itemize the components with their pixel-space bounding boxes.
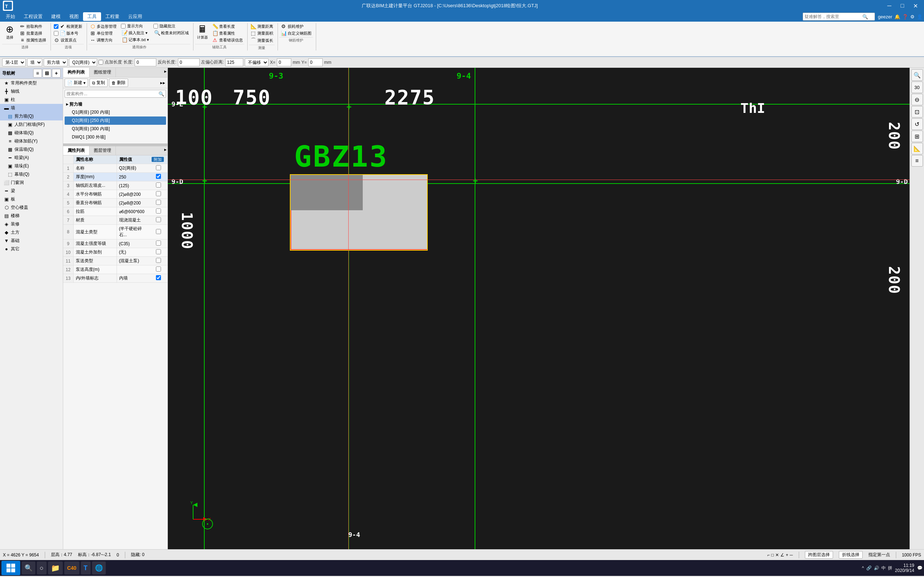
attr-row-check[interactable] bbox=[149, 173, 168, 181]
attr-row-check[interactable] bbox=[149, 216, 168, 225]
attr-checkbox[interactable] bbox=[156, 191, 161, 196]
tree-item-dwq1[interactable]: DWQ1 [300 外墙] bbox=[65, 133, 166, 141]
subtype-select[interactable]: 剪力墙 bbox=[44, 58, 68, 66]
attr-row-value[interactable]: 内墙 bbox=[116, 274, 149, 283]
version-checkbox[interactable] bbox=[54, 31, 58, 36]
taskbar-gtj[interactable]: T bbox=[81, 561, 90, 574]
attr-row-value[interactable]: 现浇混凝土 bbox=[116, 216, 149, 225]
canvas-area[interactable]: 9-3 9-4 100 750 2275 9-E 9-D 9-D GBZ13 2… bbox=[168, 68, 909, 549]
volume-icon[interactable]: 🔊 bbox=[874, 566, 879, 571]
sidebar-item-hollow-floor[interactable]: ⬡ 空心楼盖 bbox=[0, 203, 63, 212]
sidebar-item-slab[interactable]: ▣ 板 bbox=[0, 195, 63, 203]
sidebar-item-other[interactable]: ● 其它 bbox=[0, 245, 63, 253]
taskbar-search[interactable]: 🔍 bbox=[22, 561, 36, 574]
attr-row-value[interactable]: (半干硬砼碎石... bbox=[116, 225, 149, 239]
sidebar-item-hidden-beam[interactable]: ━ 暗梁(A) bbox=[0, 154, 63, 162]
cad-canvas[interactable]: 9-3 9-4 100 750 2275 9-E 9-D 9-D GBZ13 2… bbox=[168, 68, 909, 549]
settings-icon[interactable]: ⚙ bbox=[910, 14, 914, 19]
rt-zoom-out[interactable]: ⊖ bbox=[911, 94, 923, 105]
taskbar-file-manager[interactable]: 📁 bbox=[48, 561, 63, 574]
attr-row-check[interactable] bbox=[149, 207, 168, 216]
hide-annotation-checkbox[interactable] bbox=[153, 24, 158, 29]
rt-full-extent[interactable]: ⊡ bbox=[911, 106, 923, 118]
taskbar-c40[interactable]: C40 bbox=[64, 561, 79, 574]
set-origin-button[interactable]: ⊙设置原点 bbox=[52, 37, 84, 43]
sidebar-item-axis[interactable]: ╋ 轴线 bbox=[0, 87, 63, 95]
attr-row-value[interactable]: Q2(两排) bbox=[116, 164, 149, 173]
close-button[interactable]: ✕ bbox=[909, 2, 921, 10]
rt-pan[interactable]: 30 bbox=[911, 82, 923, 93]
sidebar-item-wall[interactable]: ▬ 墙 bbox=[0, 104, 63, 112]
attr-row-value[interactable]: (2)⌀8@200 bbox=[116, 199, 149, 207]
attr-row-check[interactable] bbox=[149, 190, 168, 199]
tree-item-q1[interactable]: Q1(两排) [200 内墙] bbox=[65, 108, 166, 116]
menu-tools[interactable]: 工具 bbox=[83, 12, 101, 21]
attr-row[interactable]: 3 轴线距左墙皮... (125) bbox=[63, 181, 168, 190]
check-length-button[interactable]: 📏查看长度 bbox=[211, 23, 244, 29]
attr-row-value[interactable]: 250 bbox=[116, 173, 149, 181]
tab-component-list[interactable]: 构件列表 bbox=[63, 68, 89, 77]
menu-view[interactable]: 视图 bbox=[65, 12, 83, 21]
attr-checkbox[interactable] bbox=[156, 249, 161, 254]
attr-row[interactable]: 4 水平分布钢筋 (2)⌀8@200 bbox=[63, 190, 168, 199]
attr-row[interactable]: 13 内/外墙标志 内墙 bbox=[63, 274, 168, 283]
attr-row-check[interactable] bbox=[149, 181, 168, 190]
component-search-input[interactable] bbox=[66, 91, 158, 96]
version-button[interactable]: 📄版本号 bbox=[52, 30, 84, 36]
attr-checkbox[interactable] bbox=[156, 275, 161, 280]
move-select[interactable]: 不偏移 bbox=[245, 58, 268, 66]
help-icon[interactable]: ❓ bbox=[902, 14, 908, 19]
attr-checkbox[interactable] bbox=[156, 182, 161, 187]
attr-row[interactable]: 10 混凝土外加剂 (无) bbox=[63, 248, 168, 257]
attr-checkbox[interactable] bbox=[156, 266, 161, 272]
pickup-button[interactable]: ✏拾取构件 bbox=[18, 23, 48, 29]
attr-checkbox[interactable] bbox=[156, 229, 161, 234]
rt-grid[interactable]: ⊞ bbox=[911, 131, 923, 142]
attr-row-value[interactable]: ⌀6@600*600 bbox=[116, 207, 149, 216]
start-button[interactable] bbox=[2, 561, 20, 575]
user-icon[interactable]: 👤 bbox=[917, 14, 922, 19]
attr-row-check[interactable] bbox=[149, 199, 168, 207]
attr-checkbox[interactable] bbox=[156, 165, 161, 170]
notepad-button[interactable]: 📋记事本.txt ▾ bbox=[120, 36, 150, 43]
tab-attr-list[interactable]: 属性列表 bbox=[63, 146, 89, 155]
attr-row-value[interactable]: (无) bbox=[116, 248, 149, 257]
delete-component-button[interactable]: 🗑 删除 bbox=[109, 79, 128, 87]
attr-row-check[interactable] bbox=[149, 248, 168, 257]
measure-arc-button[interactable]: ⌒测量弧长 bbox=[249, 37, 275, 44]
taskbar-ie[interactable]: 🌐 bbox=[92, 561, 106, 574]
x-input[interactable] bbox=[277, 58, 291, 66]
measure-area-button[interactable]: ⬚测量面积 bbox=[249, 30, 275, 36]
attr-row-check[interactable] bbox=[149, 266, 168, 274]
ime-pinyin[interactable]: 拼 bbox=[888, 565, 892, 571]
tree-group-label[interactable]: ▸ 剪力墙 bbox=[65, 101, 166, 108]
sidebar-item-foundation[interactable]: ▼ 基础 bbox=[0, 237, 63, 245]
attr-row-check[interactable] bbox=[149, 239, 168, 248]
attr-row-check[interactable] bbox=[149, 225, 168, 239]
rt-measure[interactable]: 📐 bbox=[911, 143, 923, 154]
point-length-checkbox[interactable] bbox=[99, 60, 103, 64]
attr-row-value[interactable]: (混凝土泵) bbox=[116, 257, 149, 266]
menu-cloud[interactable]: 云应用 bbox=[124, 12, 147, 21]
attr-row[interactable]: 2 厚度(mm) 250 bbox=[63, 173, 168, 181]
layer-select[interactable]: 第-1层 bbox=[2, 58, 26, 66]
attr-row-check[interactable] bbox=[149, 164, 168, 173]
attr-row[interactable]: 7 材质 现浇混凝土 bbox=[63, 216, 168, 225]
menu-start[interactable]: 开始 bbox=[2, 12, 19, 21]
attr-row[interactable]: 8 混凝土类型 (半干硬砼碎石... bbox=[63, 225, 168, 239]
more-button[interactable]: ▸▸ bbox=[160, 79, 166, 86]
attr-collapse[interactable]: ▸ bbox=[163, 146, 168, 155]
new-component-button[interactable]: 📄 新建 ▾ bbox=[65, 79, 88, 87]
tab-drawing-mgmt[interactable]: 图纸管理 bbox=[89, 68, 116, 77]
attr-row-value[interactable]: (2)⌀8@200 bbox=[116, 190, 149, 199]
cross-layer-button[interactable]: 跨图层选择 bbox=[805, 551, 833, 559]
attr-checkbox[interactable] bbox=[156, 208, 161, 213]
custom-rebar-button[interactable]: 📊自定义钢筋图 bbox=[279, 30, 313, 36]
sidebar-item-earthwork[interactable]: ◆ 土方 bbox=[0, 228, 63, 237]
sidebar-item-masonry[interactable]: ▩ 砌体墙(Q) bbox=[0, 129, 63, 137]
attr-checkbox[interactable] bbox=[156, 217, 161, 222]
attr-checkbox[interactable] bbox=[156, 240, 161, 246]
attr-row-value[interactable] bbox=[116, 266, 149, 274]
taskbar-task-view[interactable]: ○ bbox=[37, 561, 47, 574]
loss-maintenance-button[interactable]: ⚙损耗维护 bbox=[279, 23, 313, 29]
